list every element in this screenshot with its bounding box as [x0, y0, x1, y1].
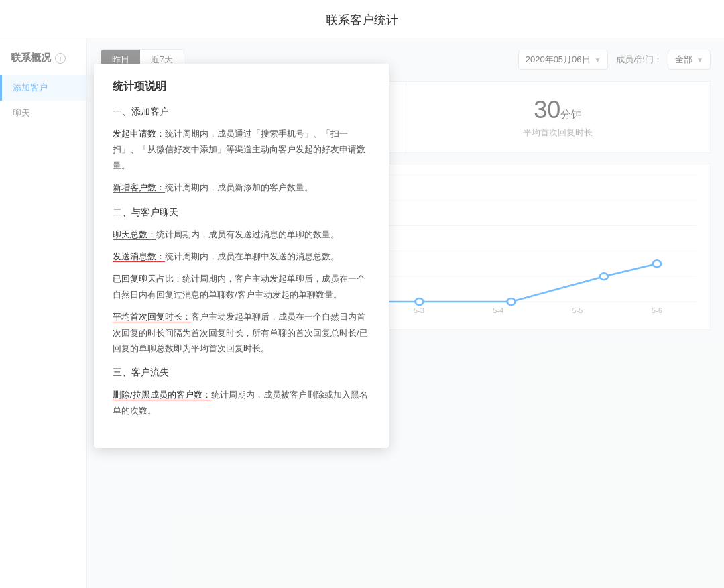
popup-term-new-customer: 新增客户数：: [113, 182, 165, 193]
popup-section-1: 一、添加客户 发起申请数：统计周期内，成员通过「搜索手机号」、「扫一扫」、「从微…: [113, 106, 370, 196]
popup-title: 统计项说明: [113, 80, 370, 94]
popup-item-delete: 删除/拉黑成员的客户数：统计周期内，成员被客户删除或加入黑名单的次数。: [113, 387, 370, 418]
popup-section-2-title: 二、与客户聊天: [113, 207, 370, 219]
popup-section-3: 三、客户流失 删除/拉黑成员的客户数：统计周期内，成员被客户删除或加入黑名单的次…: [113, 367, 370, 418]
popup-item-chat-total: 聊天总数：统计周期内，成员有发送过消息的单聊的数量。: [113, 227, 370, 242]
popup-term-reply-rate: 已回复聊天占比：: [113, 274, 182, 284]
popup-section-2: 二、与客户聊天 聊天总数：统计周期内，成员有发送过消息的单聊的数量。 发送消息数…: [113, 207, 370, 357]
popup-item-reply-rate: 已回复聊天占比：统计周期内，客户主动发起单聊后，成员在一个自然日内有回复过消息的…: [113, 271, 370, 302]
page-header: 联系客户统计: [0, 0, 724, 38]
popup-section-3-title: 三、客户流失: [113, 367, 370, 379]
popup-term-chat-total: 聊天总数：: [113, 229, 156, 240]
popup-term-apply-count: 发起申请数：: [113, 129, 165, 139]
popup-overlay: 统计项说明 一、添加客户 发起申请数：统计周期内，成员通过「搜索手机号」、「扫一…: [94, 64, 389, 448]
popup-item-send-msg: 发送消息数：统计周期内，成员在单聊中发送的消息总数。: [113, 249, 370, 264]
page-title: 联系客户统计: [0, 12, 724, 28]
popup-item-apply-count: 发起申请数：统计周期内，成员通过「搜索手机号」、「扫一扫」、「从微信好友中添加」…: [113, 126, 370, 173]
popup-term-reply-time: 平均首次回复时长：: [113, 312, 191, 322]
popup-item-reply-time: 平均首次回复时长：客户主动发起单聊后，成员在一个自然日内首次回复的时长间隔为首次…: [113, 309, 370, 356]
popup-term-delete: 删除/拉黑成员的客户数：: [113, 390, 211, 400]
popup-section-1-title: 一、添加客户: [113, 106, 370, 118]
popup-term-send-msg: 发送消息数：: [113, 251, 165, 262]
popup-item-new-customer: 新增客户数：统计周期内，成员新添加的客户数量。: [113, 180, 370, 195]
